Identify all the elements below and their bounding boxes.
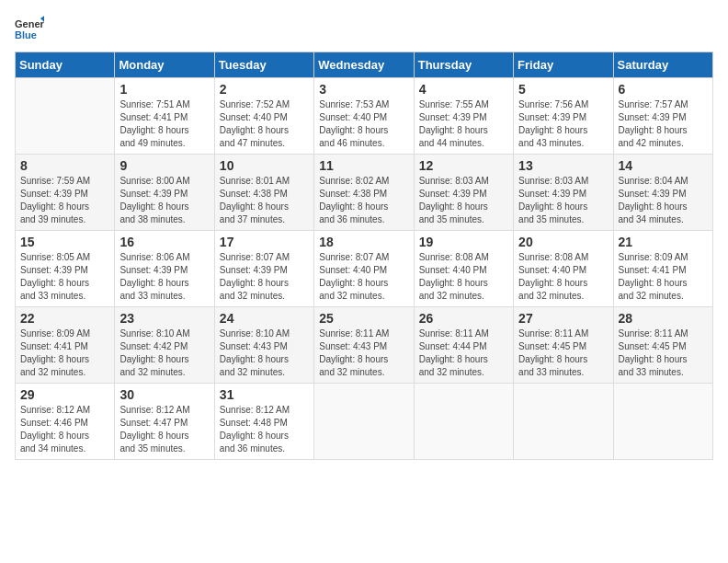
cell-content: Sunrise: 8:05 AMSunset: 4:39 PMDaylight:…: [20, 251, 109, 303]
day-number: 10: [220, 158, 309, 173]
calendar-cell: 29Sunrise: 8:12 AMSunset: 4:46 PMDayligh…: [16, 384, 115, 460]
day-number: 31: [220, 387, 309, 402]
cell-content: Sunrise: 8:12 AMSunset: 4:48 PMDaylight:…: [220, 404, 309, 455]
day-number: 16: [119, 235, 209, 249]
cell-content: Sunrise: 8:10 AMSunset: 4:43 PMDaylight:…: [220, 327, 309, 379]
day-number: 20: [518, 235, 608, 249]
day-number: 22: [20, 311, 109, 326]
calendar-cell: 16Sunrise: 8:06 AMSunset: 4:39 PMDayligh…: [115, 231, 214, 307]
cell-content: Sunrise: 8:12 AMSunset: 4:46 PMDaylight:…: [20, 404, 109, 455]
calendar-cell: 18Sunrise: 8:07 AMSunset: 4:40 PMDayligh…: [314, 231, 414, 307]
svg-text:General: General: [15, 18, 44, 29]
week-row-4: 22Sunrise: 8:09 AMSunset: 4:41 PMDayligh…: [16, 307, 713, 384]
calendar-cell: 19Sunrise: 8:08 AMSunset: 4:40 PMDayligh…: [414, 231, 513, 307]
calendar-cell: 15Sunrise: 8:05 AMSunset: 4:39 PMDayligh…: [16, 231, 115, 307]
header-row: SundayMondayTuesdayWednesdayThursdayFrid…: [16, 52, 713, 78]
cell-content: Sunrise: 8:12 AMSunset: 4:47 PMDaylight:…: [119, 404, 209, 455]
cell-content: Sunrise: 7:55 AMSunset: 4:39 PMDaylight:…: [419, 98, 508, 150]
day-number: 2: [220, 82, 309, 97]
calendar-cell: 31Sunrise: 8:12 AMSunset: 4:48 PMDayligh…: [214, 384, 313, 460]
cell-content: Sunrise: 8:11 AMSunset: 4:43 PMDaylight:…: [319, 327, 408, 379]
day-number: 8: [20, 158, 109, 173]
cell-content: Sunrise: 8:01 AMSunset: 4:38 PMDaylight:…: [220, 175, 309, 226]
week-row-2: 8Sunrise: 7:59 AMSunset: 4:39 PMDaylight…: [16, 155, 713, 231]
cell-content: Sunrise: 8:00 AMSunset: 4:39 PMDaylight:…: [119, 175, 209, 226]
day-number: 11: [319, 158, 408, 173]
cell-content: Sunrise: 7:52 AMSunset: 4:40 PMDaylight:…: [220, 98, 309, 150]
cell-content: Sunrise: 8:04 AMSunset: 4:39 PMDaylight:…: [619, 175, 708, 226]
cell-content: Sunrise: 8:03 AMSunset: 4:39 PMDaylight:…: [518, 175, 608, 226]
day-number: 18: [319, 235, 408, 249]
calendar-cell: 17Sunrise: 8:07 AMSunset: 4:39 PMDayligh…: [214, 231, 313, 307]
cell-content: Sunrise: 8:11 AMSunset: 4:45 PMDaylight:…: [518, 327, 608, 379]
logo: General Blue: [15, 15, 44, 44]
column-header-wednesday: Wednesday: [314, 52, 414, 78]
day-number: 14: [619, 158, 708, 173]
day-number: 24: [220, 311, 309, 326]
calendar-cell: 28Sunrise: 8:11 AMSunset: 4:45 PMDayligh…: [613, 307, 712, 384]
calendar-container: General Blue SundayMondayTuesdayWednesda…: [15, 15, 713, 460]
calendar-cell: 4Sunrise: 7:55 AMSunset: 4:39 PMDaylight…: [414, 78, 513, 155]
cell-content: Sunrise: 7:56 AMSunset: 4:39 PMDaylight:…: [518, 98, 608, 150]
cell-content: Sunrise: 8:11 AMSunset: 4:45 PMDaylight:…: [619, 327, 708, 379]
calendar-cell: 13Sunrise: 8:03 AMSunset: 4:39 PMDayligh…: [514, 155, 613, 231]
calendar-cell: 10Sunrise: 8:01 AMSunset: 4:38 PMDayligh…: [214, 155, 313, 231]
cell-content: Sunrise: 7:57 AMSunset: 4:39 PMDaylight:…: [619, 98, 708, 150]
calendar-cell: 26Sunrise: 8:11 AMSunset: 4:44 PMDayligh…: [414, 307, 513, 384]
day-number: 19: [419, 235, 508, 249]
day-number: 5: [518, 82, 608, 97]
day-number: 25: [319, 311, 408, 326]
cell-content: Sunrise: 8:09 AMSunset: 4:41 PMDaylight:…: [20, 327, 109, 379]
cell-content: Sunrise: 8:08 AMSunset: 4:40 PMDaylight:…: [518, 251, 608, 303]
day-number: 23: [119, 311, 209, 326]
column-header-thursday: Thursday: [414, 52, 513, 78]
day-number: 1: [119, 82, 209, 97]
calendar-cell: 24Sunrise: 8:10 AMSunset: 4:43 PMDayligh…: [214, 307, 313, 384]
calendar-cell: 9Sunrise: 8:00 AMSunset: 4:39 PMDaylight…: [115, 155, 214, 231]
day-number: 29: [20, 387, 109, 402]
calendar-cell: 20Sunrise: 8:08 AMSunset: 4:40 PMDayligh…: [514, 231, 613, 307]
week-row-5: 29Sunrise: 8:12 AMSunset: 4:46 PMDayligh…: [16, 384, 713, 460]
day-number: 9: [119, 158, 209, 173]
day-number: 30: [119, 387, 209, 402]
day-number: 15: [20, 235, 109, 249]
calendar-cell: 1Sunrise: 7:51 AMSunset: 4:41 PMDaylight…: [115, 78, 214, 155]
calendar-cell: [514, 384, 613, 460]
svg-text:Blue: Blue: [15, 29, 37, 40]
day-number: 6: [619, 82, 708, 97]
calendar-cell: 25Sunrise: 8:11 AMSunset: 4:43 PMDayligh…: [314, 307, 414, 384]
day-number: 12: [419, 158, 508, 173]
calendar-cell: 27Sunrise: 8:11 AMSunset: 4:45 PMDayligh…: [514, 307, 613, 384]
calendar-cell: [314, 384, 414, 460]
calendar-cell: 22Sunrise: 8:09 AMSunset: 4:41 PMDayligh…: [16, 307, 115, 384]
calendar-cell: 3Sunrise: 7:53 AMSunset: 4:40 PMDaylight…: [314, 78, 414, 155]
calendar-cell: 14Sunrise: 8:04 AMSunset: 4:39 PMDayligh…: [613, 155, 712, 231]
cell-content: Sunrise: 8:08 AMSunset: 4:40 PMDaylight:…: [419, 251, 508, 303]
cell-content: Sunrise: 7:51 AMSunset: 4:41 PMDaylight:…: [119, 98, 209, 150]
day-number: 26: [419, 311, 508, 326]
day-number: 21: [619, 235, 708, 249]
calendar-cell: 21Sunrise: 8:09 AMSunset: 4:41 PMDayligh…: [613, 231, 712, 307]
cell-content: Sunrise: 8:07 AMSunset: 4:39 PMDaylight:…: [220, 251, 309, 303]
header: General Blue: [15, 15, 713, 44]
calendar-cell: 11Sunrise: 8:02 AMSunset: 4:38 PMDayligh…: [314, 155, 414, 231]
week-row-1: 1Sunrise: 7:51 AMSunset: 4:41 PMDaylight…: [16, 78, 713, 155]
calendar-cell: [16, 78, 115, 155]
cell-content: Sunrise: 8:10 AMSunset: 4:42 PMDaylight:…: [119, 327, 209, 379]
column-header-monday: Monday: [115, 52, 214, 78]
calendar-cell: [613, 384, 712, 460]
cell-content: Sunrise: 8:03 AMSunset: 4:39 PMDaylight:…: [419, 175, 508, 226]
column-header-tuesday: Tuesday: [214, 52, 313, 78]
logo-icon: General Blue: [15, 15, 44, 44]
cell-content: Sunrise: 7:53 AMSunset: 4:40 PMDaylight:…: [319, 98, 408, 150]
calendar-table: SundayMondayTuesdayWednesdayThursdayFrid…: [15, 52, 713, 460]
day-number: 28: [619, 311, 708, 326]
calendar-cell: 6Sunrise: 7:57 AMSunset: 4:39 PMDaylight…: [613, 78, 712, 155]
cell-content: Sunrise: 8:02 AMSunset: 4:38 PMDaylight:…: [319, 175, 408, 226]
day-number: 27: [518, 311, 608, 326]
calendar-cell: 5Sunrise: 7:56 AMSunset: 4:39 PMDaylight…: [514, 78, 613, 155]
column-header-sunday: Sunday: [16, 52, 115, 78]
day-number: 3: [319, 82, 408, 97]
cell-content: Sunrise: 8:09 AMSunset: 4:41 PMDaylight:…: [619, 251, 708, 303]
cell-content: Sunrise: 8:06 AMSunset: 4:39 PMDaylight:…: [119, 251, 209, 303]
